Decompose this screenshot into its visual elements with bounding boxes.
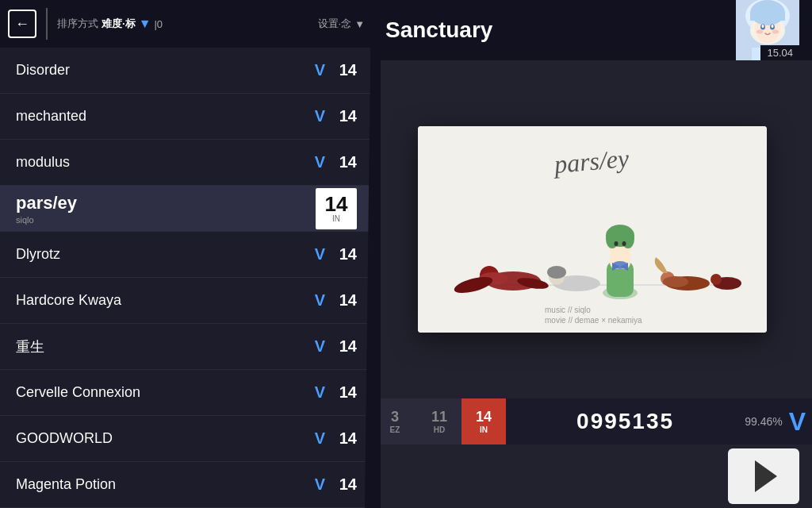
song-name: Dlyrotz xyxy=(16,246,315,263)
jacket-area: pars/ey xyxy=(373,60,812,398)
settings-icon: ▼ xyxy=(354,18,365,30)
back-button[interactable]: ← xyxy=(8,10,36,38)
filter-prefix-label: 排序方式 xyxy=(57,17,98,31)
svg-point-32 xyxy=(622,241,626,246)
song-item[interactable]: Cervelle Connexion V 14 xyxy=(0,370,373,416)
song-name: Disorder xyxy=(16,62,315,79)
svg-text:movie // demae × nekamiya: movie // demae × nekamiya xyxy=(545,316,642,325)
hd-tab[interactable]: 11 HD xyxy=(417,398,462,444)
top-right-header: Sanctuary xyxy=(373,0,812,60)
song-item[interactable]: 重生 V 14 xyxy=(0,324,373,370)
score-bar: 3 EZ 11 HD 14 IN 0995135 99.46% V xyxy=(373,398,812,444)
settings-section[interactable]: 设置·念 ▼ xyxy=(318,17,366,31)
song-name-block: pars/ey siqlo xyxy=(16,193,316,225)
play-button[interactable] xyxy=(728,448,799,504)
v-icon: V xyxy=(315,61,325,79)
filter-extra-label: |0 xyxy=(154,18,163,30)
difficulty-badge: 14 xyxy=(335,61,357,79)
song-list: Disorder V 14 mechanted V 14 modulus V 1… xyxy=(0,48,373,508)
svg-point-23 xyxy=(547,266,566,279)
svg-point-40 xyxy=(710,274,722,285)
ez-num: 3 xyxy=(391,410,399,424)
song-item[interactable]: Magenta Potion V 14 xyxy=(0,462,373,508)
difficulty-badge: 14 xyxy=(335,291,357,310)
song-item-active[interactable]: pars/ey siqlo 14 IN xyxy=(0,186,373,232)
top-right-content: Sanctuary xyxy=(385,17,726,43)
song-name: modulus xyxy=(16,154,315,171)
svg-point-38 xyxy=(663,276,688,287)
play-area xyxy=(373,444,812,508)
version-tag: 15.04 xyxy=(760,45,799,60)
song-name: Magenta Potion xyxy=(16,476,315,493)
v-icon: V xyxy=(315,107,325,125)
diff-label: IN xyxy=(332,214,340,223)
right-panel: Sanctuary xyxy=(373,0,812,508)
song-item[interactable]: Disorder V 14 xyxy=(0,48,373,94)
header-bar: ← 排序方式 难度·标 ▼ |0 设置·念 ▼ xyxy=(0,0,373,48)
song-name: pars/ey xyxy=(16,193,316,214)
score-value: 0995135 xyxy=(506,409,745,434)
song-item[interactable]: Hardcore Kwaya V 14 xyxy=(0,278,373,324)
song-item[interactable]: modulus V 14 xyxy=(0,140,373,186)
score-v-icon: V xyxy=(789,407,806,437)
v-icon: V xyxy=(315,337,325,356)
svg-point-9 xyxy=(772,25,774,28)
svg-point-10 xyxy=(756,30,763,34)
left-panel: ← 排序方式 难度·标 ▼ |0 设置·念 ▼ Disorder V 14 me… xyxy=(0,0,373,508)
difficulty-badge: 14 xyxy=(335,337,357,356)
difficulty-badge: 14 xyxy=(335,245,357,264)
song-title-large: Sanctuary xyxy=(385,17,726,43)
song-item[interactable]: Dlyrotz V 14 xyxy=(0,232,373,278)
v-icon: V xyxy=(315,245,325,264)
settings-label: 设置·念 xyxy=(318,17,352,31)
v-icon: V xyxy=(315,475,325,494)
difficulty-badge: 14 xyxy=(335,429,357,448)
hd-num: 11 xyxy=(431,410,447,424)
v-icon: V xyxy=(315,291,325,310)
difficulty-badge: 14 xyxy=(335,107,357,125)
v-icon: V xyxy=(315,153,325,171)
filter-value-label: 难度·标 xyxy=(102,17,136,31)
in-label: IN xyxy=(480,425,488,434)
song-name: 重生 xyxy=(16,337,315,356)
jacket-card: pars/ey xyxy=(418,126,767,333)
song-name: Hardcore Kwaya xyxy=(16,292,315,309)
jacket-artwork: pars/ey xyxy=(418,126,767,333)
in-tab[interactable]: 14 IN xyxy=(462,398,506,444)
song-sub: siqlo xyxy=(16,215,316,225)
song-name: GOODWORLD xyxy=(16,430,315,447)
filter-dropdown-icon[interactable]: ▼ xyxy=(139,17,151,31)
svg-point-11 xyxy=(772,30,779,34)
song-item[interactable]: mechanted V 14 xyxy=(0,94,373,140)
song-name: mechanted xyxy=(16,108,315,125)
play-triangle-icon xyxy=(755,460,777,492)
svg-point-31 xyxy=(615,241,619,246)
song-name: Cervelle Connexion xyxy=(16,384,315,401)
ez-label: EZ xyxy=(390,425,400,434)
header-divider xyxy=(46,8,48,40)
filter-section: 排序方式 难度·标 ▼ |0 xyxy=(57,17,312,31)
difficulty-badge: 14 xyxy=(335,475,357,494)
active-difficulty-badge: 14 IN xyxy=(316,188,357,229)
song-item[interactable]: GOODWORLD V 14 xyxy=(0,416,373,462)
svg-rect-5 xyxy=(750,13,785,21)
score-percentage: 99.46% xyxy=(745,415,782,428)
hd-label: HD xyxy=(434,425,445,434)
difficulty-badge: 14 xyxy=(335,383,357,402)
in-num: 14 xyxy=(476,410,492,424)
svg-text:music // siqlo: music // siqlo xyxy=(545,306,591,314)
diff-num: 14 xyxy=(325,194,348,214)
v-icon: V xyxy=(315,383,325,402)
svg-point-8 xyxy=(762,25,764,28)
v-icon: V xyxy=(315,429,325,448)
difficulty-badge: 14 xyxy=(335,153,357,171)
